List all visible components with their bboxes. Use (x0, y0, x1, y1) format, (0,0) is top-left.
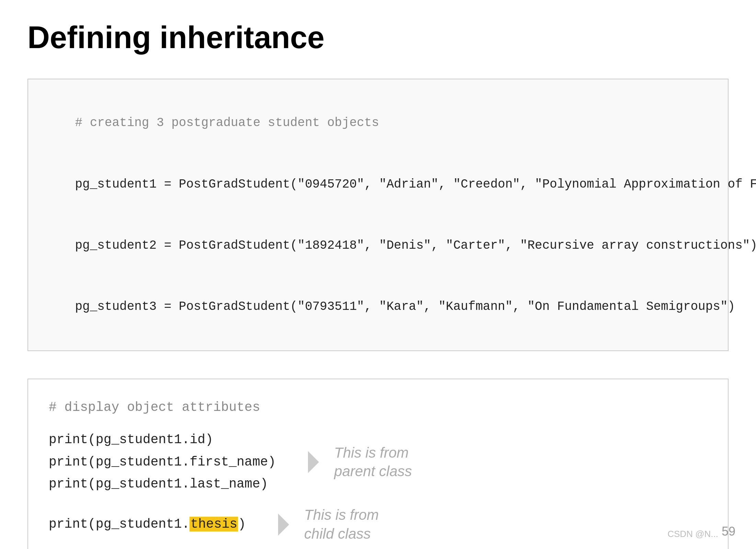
slide-page: Defining inheritance # creating 3 postgr… (0, 0, 756, 549)
first-code-line3: pg_student3 = PostGradStudent("0793511",… (75, 300, 735, 314)
csdn-watermark: CSDN @N... (667, 529, 718, 539)
parent-class-annotation: This is from parent class (303, 444, 412, 481)
child-class-group: print(pg_student1.thesis) This is from c… (49, 506, 707, 543)
slide-title: Defining inheritance (27, 21, 729, 55)
first-code-block: # creating 3 postgraduate student object… (27, 79, 729, 351)
thesis-suffix: ) (238, 517, 246, 531)
thesis-highlight: thesis (190, 517, 238, 531)
child-class-annotation: This is from child class (273, 506, 379, 543)
child-annotation-line2: child class (304, 526, 371, 542)
code-line-thesis: print(pg_student1.thesis) (49, 513, 246, 536)
code-line-lastname: print(pg_student1.last_name) (49, 473, 276, 495)
svg-marker-0 (308, 451, 319, 473)
parent-annotation-line2: parent class (334, 463, 412, 479)
second-code-block: # display object attributes print(pg_stu… (27, 379, 729, 549)
parent-class-code-lines: print(pg_student1.id) print(pg_student1.… (49, 429, 276, 495)
code-line-id: print(pg_student1.id) (49, 429, 276, 451)
page-number: 59 (722, 524, 735, 539)
parent-class-group: print(pg_student1.id) print(pg_student1.… (49, 429, 707, 495)
first-code-line2: pg_student2 = PostGradStudent("1892418",… (75, 238, 756, 253)
parent-arrow-icon (303, 448, 324, 476)
first-code-comment: # creating 3 postgraduate student object… (75, 116, 379, 130)
child-class-code-line: print(pg_student1.thesis) (49, 513, 246, 536)
svg-marker-1 (278, 514, 289, 536)
code-line-firstname: print(pg_student1.first_name) (49, 451, 276, 473)
parent-class-label: This is from parent class (334, 444, 412, 481)
first-code-line1: pg_student1 = PostGradStudent("0945720",… (75, 177, 756, 191)
second-code-comment: # display object attributes (49, 396, 707, 419)
parent-annotation-line1: This is from (334, 445, 409, 461)
child-arrow-icon (273, 511, 294, 538)
child-class-label: This is from child class (304, 506, 379, 543)
child-annotation-line1: This is from (304, 507, 379, 523)
thesis-prefix: print(pg_student1. (49, 517, 190, 531)
